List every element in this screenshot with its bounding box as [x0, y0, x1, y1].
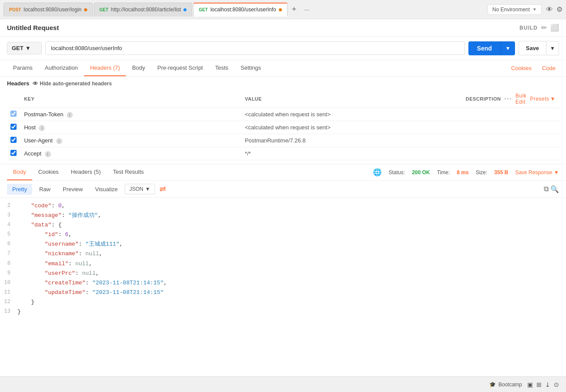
method-badge-get-1: GET — [99, 7, 108, 12]
footer-icon-1[interactable]: ▣ — [527, 381, 533, 388]
save-button[interactable]: Save — [519, 41, 546, 55]
response-toolbar: Pretty Raw Preview Visualize JSON ▼ ⇌ ⧉ … — [0, 181, 566, 198]
line-content: "username": "王城成111", — [17, 240, 566, 249]
send-dropdown-button[interactable]: ▼ — [501, 41, 515, 55]
footer-icon-4[interactable]: ⊙ — [554, 381, 559, 388]
tab-pre-request[interactable]: Pre-request Script — [151, 60, 209, 76]
footer-icon-2[interactable]: ⊞ — [536, 381, 542, 388]
bootcamp-label: Bootcamp — [498, 382, 522, 388]
table-row: Host i <calculated when request is sent> — [7, 121, 559, 134]
save-dropdown-button[interactable]: ▼ — [546, 41, 559, 55]
bulk-edit-button[interactable]: Bulk Edit — [515, 93, 526, 105]
size-value: 355 B — [494, 169, 508, 176]
json-line: 6 "username": "王城成111", — [0, 240, 566, 249]
resp-tab-body[interactable]: Body — [7, 164, 32, 180]
line-content: "id": 6, — [17, 230, 566, 240]
tab-tests[interactable]: Tests — [209, 60, 234, 76]
cookies-link[interactable]: Cookies — [508, 61, 535, 76]
tab-userinfo-dot — [279, 8, 282, 11]
row4-checkbox[interactable] — [10, 150, 17, 156]
row4-info-icon[interactable]: i — [45, 151, 51, 157]
json-line: 2 "code": 0, — [0, 201, 566, 211]
globe-icon[interactable]: 🌐 — [373, 168, 382, 176]
tab-authorization[interactable]: Authorization — [39, 60, 84, 76]
bootcamp-icon: 🎓 — [489, 382, 496, 388]
build-area: BUILD ✏ ⬜ — [519, 24, 559, 32]
line-content: "code": 0, — [17, 201, 566, 211]
line-number: 12 — [0, 297, 17, 307]
row3-checkbox[interactable] — [10, 137, 17, 143]
line-number: 3 — [0, 211, 17, 220]
row1-key: Postman-Token — [24, 111, 63, 118]
row2-checkbox[interactable] — [10, 124, 17, 130]
tabs-bar: POST localhost:8080/user/login GET http:… — [0, 0, 566, 19]
th-checkbox — [7, 90, 20, 108]
request-title: Untitled Request — [7, 24, 59, 31]
method-chevron-icon: ▼ — [25, 45, 31, 51]
tab-article[interactable]: GET http://localhost:8080/article/list — [94, 3, 192, 17]
environment-selector[interactable]: No Environment ▼ — [488, 4, 542, 15]
resp-tab-cookies[interactable]: Cookies — [32, 164, 65, 180]
tab-login[interactable]: POST localhost:8080/user/login — [3, 3, 93, 17]
json-line: 9 "userPrc": null, — [0, 269, 566, 278]
tab-settings[interactable]: Settings — [234, 60, 267, 76]
tab-headers[interactable]: Headers (7) — [84, 60, 126, 76]
header-menu-icon[interactable]: ··· — [504, 95, 512, 102]
row1-info-icon[interactable]: i — [67, 112, 73, 118]
wrap-button[interactable]: ⇌ — [157, 183, 169, 195]
json-line: 5 "id": 6, — [0, 230, 566, 240]
bootcamp-link[interactable]: 🎓 Bootcamp — [489, 382, 522, 388]
send-group: Send ▼ — [468, 41, 515, 55]
line-content: "data": { — [17, 220, 566, 230]
eye-small-icon: 👁 — [33, 81, 38, 87]
status-value: 200 OK — [412, 169, 430, 176]
send-button[interactable]: Send — [468, 41, 501, 55]
add-tab-button[interactable]: + — [288, 3, 300, 16]
build-label: BUILD — [519, 25, 538, 31]
tab-body[interactable]: Body — [126, 60, 151, 76]
edit-icon[interactable]: ✏ — [541, 24, 547, 32]
th-description: DESCRIPTION ··· Bulk Edit Presets ▼ — [462, 90, 559, 108]
row3-value: PostmanRuntime/7.26.8 — [245, 137, 305, 144]
settings-icon[interactable]: ⚙ — [556, 5, 563, 14]
headers-table: KEY VALUE DESCRIPTION ··· Bulk Edit Pres… — [7, 90, 559, 160]
hide-auto-headers-link[interactable]: 👁 Hide auto-generated headers — [33, 81, 112, 87]
footer-icon-3[interactable]: ⤓ — [545, 381, 550, 388]
more-tabs-button[interactable]: ··· — [301, 4, 313, 15]
url-input[interactable] — [45, 41, 465, 55]
method-badge-get-2: GET — [199, 7, 208, 12]
line-number: 5 — [0, 230, 17, 240]
format-selector[interactable]: JSON ▼ — [125, 184, 155, 194]
format-chevron-icon: ▼ — [145, 186, 150, 192]
eye-icon[interactable]: 👁 — [546, 6, 553, 14]
tab-userinfo[interactable]: GET localhost:8080/user/userInfo — [193, 3, 287, 17]
resp-pretty-tab[interactable]: Pretty — [7, 184, 32, 195]
resp-tab-test-results[interactable]: Test Results — [107, 164, 150, 180]
row1-checkbox[interactable] — [10, 111, 17, 117]
save-response-button[interactable]: Save Response ▼ — [515, 169, 559, 176]
copy-button[interactable]: ⧉ — [544, 185, 549, 193]
row2-value: <calculated when request is sent> — [245, 124, 331, 131]
tab-login-url: localhost:8080/user/login — [24, 7, 81, 13]
line-number: 4 — [0, 220, 17, 230]
json-line: 11 "updateTime": "2023-11-08T21:14:15" — [0, 288, 566, 297]
line-content: "message": "操作成功", — [17, 211, 566, 220]
line-number: 9 — [0, 269, 17, 278]
presets-button[interactable]: Presets ▼ — [530, 96, 556, 102]
maximize-icon[interactable]: ⬜ — [550, 24, 559, 32]
search-button[interactable]: 🔍 — [550, 185, 559, 193]
row2-info-icon[interactable]: i — [39, 125, 45, 131]
resp-visualize-tab[interactable]: Visualize — [90, 184, 123, 195]
th-key: KEY — [20, 90, 241, 108]
footer: 🎓 Bootcamp ▣ ⊞ ⤓ ⊙ — [0, 376, 566, 392]
json-line: 13} — [0, 307, 566, 317]
method-select[interactable]: GET ▼ — [7, 42, 42, 54]
row3-info-icon[interactable]: i — [56, 138, 62, 144]
presets-chevron-icon: ▼ — [550, 96, 556, 102]
headers-section: Headers 👁 Hide auto-generated headers KE… — [0, 77, 566, 164]
resp-tab-headers[interactable]: Headers (5) — [65, 164, 107, 180]
resp-preview-tab[interactable]: Preview — [58, 184, 88, 195]
code-link[interactable]: Code — [539, 61, 559, 76]
tab-params[interactable]: Params — [7, 60, 39, 76]
resp-raw-tab[interactable]: Raw — [34, 184, 56, 195]
